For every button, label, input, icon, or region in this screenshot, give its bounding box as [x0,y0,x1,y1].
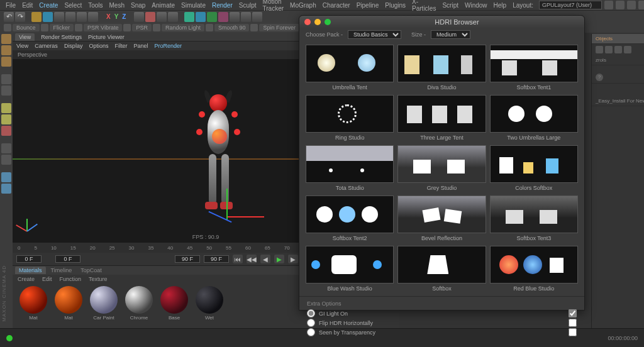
menu-simulate[interactable]: Simulate [178,2,209,9]
menu-snap[interactable]: Snap [128,2,148,9]
vpmenu-panel[interactable]: Panel [133,43,148,49]
prim-cube-icon[interactable] [184,12,194,22]
vpmenu-options[interactable]: Options [89,43,108,49]
live-select-icon[interactable] [31,12,42,22]
tab-objects[interactable]: Objects [592,34,644,44]
tag-flicker[interactable]: Flicker [50,24,74,31]
size-select[interactable]: Medium [431,30,470,39]
hdri-item[interactable]: Softbox Tent1 [490,45,578,91]
axis-mode-icon[interactable] [1,85,11,96]
scale-icon[interactable] [65,12,75,22]
hdri-item[interactable]: Red Blue Studio [490,246,578,292]
prim-spline-icon[interactable] [196,12,206,22]
enable-axis-icon[interactable] [1,143,11,153]
tag-icon[interactable] [206,24,213,31]
hdri-thumbnail[interactable] [306,45,394,82]
tab-picture-viewer[interactable]: Picture Viewer [88,34,125,40]
goto-start-icon[interactable]: ⏮ [233,255,243,263]
menu-xparticles[interactable]: X-Particles [409,0,439,12]
tab-topcoat[interactable]: TopCoat [77,267,106,274]
flip-hdr-checkbox[interactable]: Flip HDR Horizontally [307,319,577,327]
tag-icon[interactable] [75,24,82,31]
obj-icon[interactable] [614,46,622,53]
mat-menu-create[interactable]: Create [18,276,35,282]
material-preview[interactable] [160,286,188,314]
play-icon[interactable]: ▶ [274,255,284,263]
tag-icon[interactable] [153,24,160,31]
hdri-thumbnail[interactable] [397,95,486,133]
material-item[interactable]: Car Paint [87,286,121,321]
hdri-thumbnail[interactable] [306,145,394,183]
tag-icon[interactable] [4,24,11,31]
tag-bounce[interactable]: Bounce [13,24,40,31]
tag-smooth90[interactable]: Smooth 90 [214,24,250,31]
hdri-item[interactable]: Ring Studio [306,95,394,141]
hdri-item[interactable]: Bevel Reflection [397,196,486,242]
hdri-item[interactable]: Grey Studio [397,145,486,192]
light-icon[interactable] [252,12,262,22]
tag-icon[interactable] [41,24,48,31]
hdri-titlebar[interactable]: HDRI Browser [299,16,584,28]
hdri-item[interactable]: Diva Studio [397,45,486,91]
menu-help[interactable]: Help [491,2,510,9]
deformer-icon[interactable] [218,12,228,22]
material-preview[interactable] [19,286,47,314]
hdri-item[interactable]: Umbrella Tent [306,45,394,91]
frame-start-field[interactable] [16,255,42,263]
object-mode-icon[interactable] [1,74,11,84]
camera-icon[interactable] [241,12,251,22]
prev-frame-icon[interactable]: ◀ [260,255,270,263]
help-icon[interactable]: ? [596,74,603,81]
menu-tools[interactable]: Tools [85,2,106,9]
mat-menu-function[interactable]: Function [60,276,82,282]
material-item[interactable]: Mat [16,286,50,321]
edges-mode-icon[interactable] [1,114,11,124]
choose-pack-select[interactable]: Studio Basics [348,30,401,39]
axis-lock[interactable]: XYZ [104,13,128,20]
material-preview[interactable] [90,286,118,314]
hdri-item[interactable]: Softbox Tent3 [490,196,578,242]
menu-file[interactable]: File [3,2,19,9]
render-view-icon[interactable] [145,12,155,22]
snap-icon[interactable] [1,172,11,182]
menu-character[interactable]: Character [319,2,353,9]
hdri-thumbnail[interactable] [306,196,394,233]
hdri-item[interactable]: Colors Softbox [490,145,578,192]
layout-menu-icon[interactable] [638,1,644,9]
layout-prev-icon[interactable] [604,1,613,9]
vpmenu-prorender[interactable]: ProRender [154,43,182,49]
undo-icon[interactable]: ↶ [4,12,14,22]
redo-icon[interactable]: ↷ [15,12,25,22]
obj-icon[interactable] [596,46,603,53]
menu-select[interactable]: Select [61,2,85,9]
hdri-thumbnail[interactable] [490,196,578,233]
generator-icon[interactable] [207,12,217,22]
vpmenu-display[interactable]: Display [64,43,83,49]
rotate-icon[interactable] [54,12,64,22]
material-item[interactable]: Wet [192,286,226,321]
hdri-thumbnail[interactable] [490,145,578,183]
tag-icon[interactable] [123,24,131,31]
window-close-icon[interactable] [304,19,311,25]
material-preview[interactable] [125,286,153,314]
prev-key-icon[interactable]: ◀◀ [247,255,257,263]
obj-icon[interactable] [624,46,631,53]
hdri-item[interactable]: Softbox Tent2 [306,196,394,242]
menu-window[interactable]: Window [462,2,491,9]
hdri-thumbnail[interactable] [306,95,394,133]
polygons-mode-icon[interactable] [1,126,11,136]
menu-motiontracker[interactable]: Motion Tracker [260,0,287,12]
hdri-item[interactable]: Softbox [397,246,486,292]
window-minimize-icon[interactable] [314,19,321,25]
render-settings-icon[interactable] [168,12,178,22]
hdri-item[interactable]: Blue Wash Studio [306,246,394,292]
hdri-item[interactable]: Tota Studio [306,145,394,192]
hdri-thumbnail[interactable] [397,246,486,284]
hdri-thumbnail[interactable] [490,246,578,284]
mat-menu-edit[interactable]: Edit [42,276,52,282]
menu-edit[interactable]: Edit [19,2,36,9]
window-zoom-icon[interactable] [325,19,331,25]
next-frame-icon[interactable]: ▶ [288,255,298,263]
menu-render[interactable]: Render [209,2,236,9]
menu-plugins[interactable]: Plugins [382,2,409,9]
